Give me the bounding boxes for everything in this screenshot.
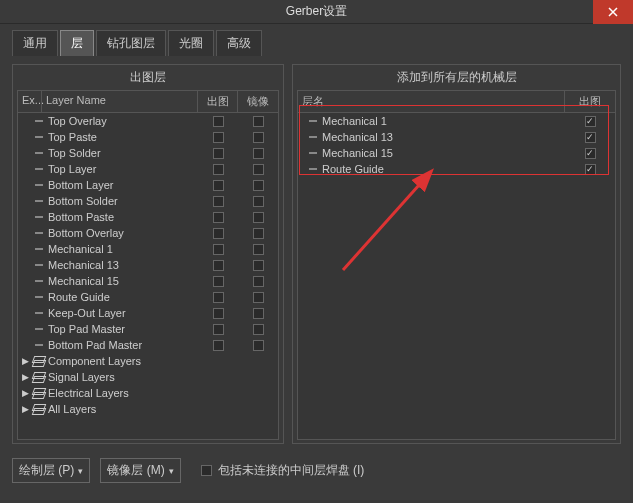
row-label: Top Pad Master xyxy=(46,323,198,335)
plot-checkbox[interactable] xyxy=(565,148,615,159)
plot-layer-combo[interactable]: 绘制层 (P) ▾ xyxy=(12,458,90,483)
tab-0[interactable]: 通用 xyxy=(12,30,58,56)
left-column-header: Ex... Layer Name 出图 镜像 xyxy=(18,91,278,113)
tab-2[interactable]: 钻孔图层 xyxy=(96,30,166,56)
mirror-checkbox[interactable] xyxy=(238,276,278,287)
plot-checkbox[interactable] xyxy=(198,324,238,335)
close-button[interactable] xyxy=(593,0,633,24)
expand-arrow-icon: ▶ xyxy=(22,372,32,382)
layer-dash-icon xyxy=(32,178,46,192)
right-col-name[interactable]: 层名 xyxy=(298,91,565,112)
tree-row[interactable]: ▶All Layers xyxy=(18,401,278,417)
mirror-checkbox[interactable] xyxy=(238,308,278,319)
mirror-checkbox[interactable] xyxy=(238,292,278,303)
plot-checkbox[interactable] xyxy=(198,276,238,287)
tree-row[interactable]: Top Pad Master xyxy=(18,321,278,337)
layer-dash-icon xyxy=(32,274,46,288)
list-row[interactable]: Route Guide xyxy=(298,161,615,177)
mirror-checkbox[interactable] xyxy=(238,132,278,143)
layer-dash-icon xyxy=(32,146,46,160)
plot-checkbox[interactable] xyxy=(198,212,238,223)
plot-checkbox[interactable] xyxy=(198,292,238,303)
plot-checkbox[interactable] xyxy=(565,164,615,175)
plot-checkbox[interactable] xyxy=(198,164,238,175)
right-column-header: 层名 出图 xyxy=(298,91,615,113)
tree-row[interactable]: Keep-Out Layer xyxy=(18,305,278,321)
mirror-checkbox[interactable] xyxy=(238,148,278,159)
tab-1[interactable]: 层 xyxy=(60,30,94,56)
plot-checkbox[interactable] xyxy=(198,132,238,143)
row-label: Bottom Pad Master xyxy=(46,339,198,351)
layer-stack-icon xyxy=(32,386,46,400)
left-panel: 出图层 Ex... Layer Name 出图 镜像 Top OverlayTo… xyxy=(12,64,284,444)
tree-row[interactable]: Mechanical 13 xyxy=(18,257,278,273)
layer-dash-icon xyxy=(306,114,320,128)
close-icon xyxy=(608,7,618,17)
mirror-checkbox[interactable] xyxy=(238,180,278,191)
plot-checkbox[interactable] xyxy=(565,116,615,127)
layer-dash-icon xyxy=(32,258,46,272)
right-panel-title: 添加到所有层的机械层 xyxy=(293,65,620,90)
mirror-checkbox[interactable] xyxy=(238,164,278,175)
tree-row[interactable]: Top Overlay xyxy=(18,113,278,129)
left-col-mirror[interactable]: 镜像 xyxy=(238,91,278,112)
plot-checkbox[interactable] xyxy=(198,260,238,271)
mirror-layer-label: 镜像层 (M) xyxy=(107,462,164,479)
mirror-checkbox[interactable] xyxy=(238,244,278,255)
mirror-checkbox[interactable] xyxy=(238,212,278,223)
row-label: Electrical Layers xyxy=(46,387,278,399)
tab-4[interactable]: 高级 xyxy=(216,30,262,56)
plot-checkbox[interactable] xyxy=(198,244,238,255)
row-label: Mechanical 1 xyxy=(320,115,565,127)
plot-checkbox[interactable] xyxy=(565,132,615,143)
list-row[interactable]: Mechanical 13 xyxy=(298,129,615,145)
left-col-plot[interactable]: 出图 xyxy=(198,91,238,112)
tree-row[interactable]: Mechanical 1 xyxy=(18,241,278,257)
mirror-checkbox[interactable] xyxy=(238,340,278,351)
tree-row[interactable]: Bottom Overlay xyxy=(18,225,278,241)
layer-stack-icon xyxy=(32,402,46,416)
tree-row[interactable]: Bottom Layer xyxy=(18,177,278,193)
mirror-checkbox[interactable] xyxy=(238,228,278,239)
list-row[interactable]: Mechanical 1 xyxy=(298,113,615,129)
main-area: 出图层 Ex... Layer Name 出图 镜像 Top OverlayTo… xyxy=(0,56,633,452)
bottom-bar: 绘制层 (P) ▾ 镜像层 (M) ▾ 包括未连接的中间层焊盘 (I) xyxy=(0,452,633,489)
tree-row[interactable]: Bottom Solder xyxy=(18,193,278,209)
layer-dash-icon xyxy=(306,146,320,160)
row-label: Mechanical 13 xyxy=(46,259,198,271)
mirror-layer-combo[interactable]: 镜像层 (M) ▾ xyxy=(100,458,180,483)
row-label: Component Layers xyxy=(46,355,278,367)
plot-checkbox[interactable] xyxy=(198,196,238,207)
tree-row[interactable]: Bottom Paste xyxy=(18,209,278,225)
tree-row[interactable]: ▶Electrical Layers xyxy=(18,385,278,401)
plot-checkbox[interactable] xyxy=(198,148,238,159)
list-row[interactable]: Mechanical 15 xyxy=(298,145,615,161)
row-label: All Layers xyxy=(46,403,278,415)
plot-checkbox[interactable] xyxy=(198,308,238,319)
tab-bar: 通用层钻孔图层光圈高级 xyxy=(0,24,633,56)
tree-row[interactable]: Top Solder xyxy=(18,145,278,161)
include-unconnected-checkbox[interactable]: 包括未连接的中间层焊盘 (I) xyxy=(201,462,365,479)
mirror-checkbox[interactable] xyxy=(238,260,278,271)
row-label: Mechanical 15 xyxy=(320,147,565,159)
tree-row[interactable]: Top Layer xyxy=(18,161,278,177)
right-col-plot[interactable]: 出图 xyxy=(565,91,615,112)
mirror-checkbox[interactable] xyxy=(238,324,278,335)
mirror-checkbox[interactable] xyxy=(238,196,278,207)
left-col-ex[interactable]: Ex... xyxy=(18,91,42,112)
plot-checkbox[interactable] xyxy=(198,180,238,191)
row-label: Top Paste xyxy=(46,131,198,143)
plot-checkbox[interactable] xyxy=(198,116,238,127)
left-col-name[interactable]: Layer Name xyxy=(42,91,198,112)
plot-checkbox[interactable] xyxy=(198,228,238,239)
tree-row[interactable]: Bottom Pad Master xyxy=(18,337,278,353)
tree-row[interactable]: Route Guide xyxy=(18,289,278,305)
tab-3[interactable]: 光圈 xyxy=(168,30,214,56)
mirror-checkbox[interactable] xyxy=(238,116,278,127)
tree-row[interactable]: Top Paste xyxy=(18,129,278,145)
plot-checkbox[interactable] xyxy=(198,340,238,351)
row-label: Bottom Paste xyxy=(46,211,198,223)
tree-row[interactable]: Mechanical 15 xyxy=(18,273,278,289)
tree-row[interactable]: ▶Component Layers xyxy=(18,353,278,369)
tree-row[interactable]: ▶Signal Layers xyxy=(18,369,278,385)
